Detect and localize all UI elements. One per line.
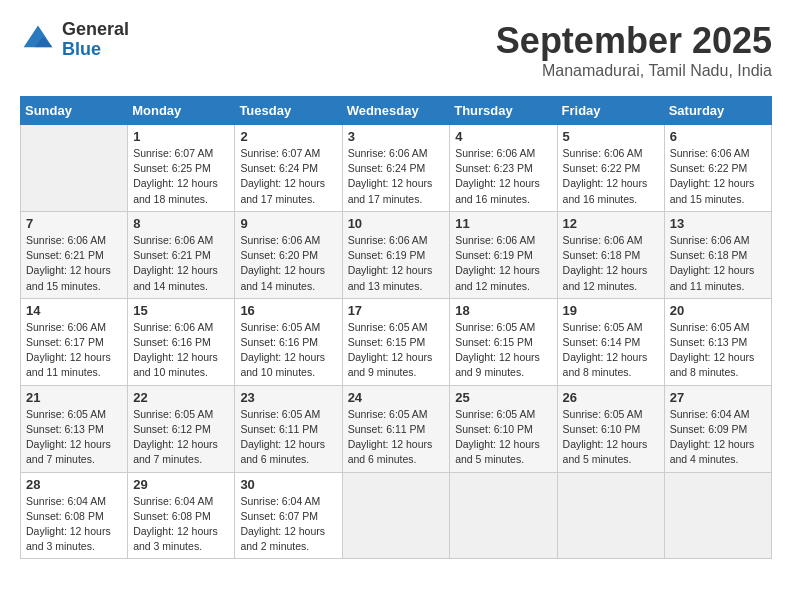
- day-info: Sunrise: 6:04 AM Sunset: 6:08 PM Dayligh…: [26, 494, 122, 555]
- day-number: 28: [26, 477, 122, 492]
- calendar-cell: 25Sunrise: 6:05 AM Sunset: 6:10 PM Dayli…: [450, 385, 557, 472]
- day-number: 27: [670, 390, 766, 405]
- day-number: 25: [455, 390, 551, 405]
- calendar-body: 1Sunrise: 6:07 AM Sunset: 6:25 PM Daylig…: [21, 125, 772, 559]
- day-number: 23: [240, 390, 336, 405]
- calendar-cell: 10Sunrise: 6:06 AM Sunset: 6:19 PM Dayli…: [342, 211, 450, 298]
- day-info: Sunrise: 6:06 AM Sunset: 6:21 PM Dayligh…: [133, 233, 229, 294]
- calendar-cell: 14Sunrise: 6:06 AM Sunset: 6:17 PM Dayli…: [21, 298, 128, 385]
- calendar-cell: 30Sunrise: 6:04 AM Sunset: 6:07 PM Dayli…: [235, 472, 342, 559]
- day-number: 4: [455, 129, 551, 144]
- week-row-5: 28Sunrise: 6:04 AM Sunset: 6:08 PM Dayli…: [21, 472, 772, 559]
- day-info: Sunrise: 6:07 AM Sunset: 6:25 PM Dayligh…: [133, 146, 229, 207]
- day-info: Sunrise: 6:05 AM Sunset: 6:11 PM Dayligh…: [348, 407, 445, 468]
- calendar-cell: 3Sunrise: 6:06 AM Sunset: 6:24 PM Daylig…: [342, 125, 450, 212]
- calendar-cell: [450, 472, 557, 559]
- calendar-cell: 27Sunrise: 6:04 AM Sunset: 6:09 PM Dayli…: [664, 385, 771, 472]
- day-header-monday: Monday: [128, 97, 235, 125]
- day-info: Sunrise: 6:06 AM Sunset: 6:17 PM Dayligh…: [26, 320, 122, 381]
- day-info: Sunrise: 6:05 AM Sunset: 6:15 PM Dayligh…: [455, 320, 551, 381]
- day-header-sunday: Sunday: [21, 97, 128, 125]
- calendar-cell: 15Sunrise: 6:06 AM Sunset: 6:16 PM Dayli…: [128, 298, 235, 385]
- day-number: 6: [670, 129, 766, 144]
- page-header: General Blue September 2025 Manamadurai,…: [20, 20, 772, 80]
- logo-general: General: [62, 20, 129, 40]
- calendar-cell: 13Sunrise: 6:06 AM Sunset: 6:18 PM Dayli…: [664, 211, 771, 298]
- calendar-cell: 2Sunrise: 6:07 AM Sunset: 6:24 PM Daylig…: [235, 125, 342, 212]
- day-number: 18: [455, 303, 551, 318]
- week-row-1: 1Sunrise: 6:07 AM Sunset: 6:25 PM Daylig…: [21, 125, 772, 212]
- day-info: Sunrise: 6:05 AM Sunset: 6:12 PM Dayligh…: [133, 407, 229, 468]
- day-number: 2: [240, 129, 336, 144]
- calendar-cell: 17Sunrise: 6:05 AM Sunset: 6:15 PM Dayli…: [342, 298, 450, 385]
- calendar-cell: 8Sunrise: 6:06 AM Sunset: 6:21 PM Daylig…: [128, 211, 235, 298]
- day-info: Sunrise: 6:06 AM Sunset: 6:19 PM Dayligh…: [348, 233, 445, 294]
- day-info: Sunrise: 6:05 AM Sunset: 6:14 PM Dayligh…: [563, 320, 659, 381]
- day-info: Sunrise: 6:06 AM Sunset: 6:18 PM Dayligh…: [563, 233, 659, 294]
- day-number: 17: [348, 303, 445, 318]
- day-number: 22: [133, 390, 229, 405]
- day-number: 11: [455, 216, 551, 231]
- day-number: 1: [133, 129, 229, 144]
- day-info: Sunrise: 6:06 AM Sunset: 6:23 PM Dayligh…: [455, 146, 551, 207]
- logo: General Blue: [20, 20, 129, 60]
- calendar-cell: [664, 472, 771, 559]
- calendar-cell: [557, 472, 664, 559]
- day-header-wednesday: Wednesday: [342, 97, 450, 125]
- day-info: Sunrise: 6:05 AM Sunset: 6:13 PM Dayligh…: [670, 320, 766, 381]
- calendar-cell: 4Sunrise: 6:06 AM Sunset: 6:23 PM Daylig…: [450, 125, 557, 212]
- calendar-cell: 11Sunrise: 6:06 AM Sunset: 6:19 PM Dayli…: [450, 211, 557, 298]
- calendar-cell: 16Sunrise: 6:05 AM Sunset: 6:16 PM Dayli…: [235, 298, 342, 385]
- day-number: 12: [563, 216, 659, 231]
- day-info: Sunrise: 6:06 AM Sunset: 6:20 PM Dayligh…: [240, 233, 336, 294]
- day-number: 20: [670, 303, 766, 318]
- calendar-cell: 12Sunrise: 6:06 AM Sunset: 6:18 PM Dayli…: [557, 211, 664, 298]
- calendar-cell: 7Sunrise: 6:06 AM Sunset: 6:21 PM Daylig…: [21, 211, 128, 298]
- day-info: Sunrise: 6:06 AM Sunset: 6:19 PM Dayligh…: [455, 233, 551, 294]
- day-number: 15: [133, 303, 229, 318]
- day-number: 8: [133, 216, 229, 231]
- calendar: SundayMondayTuesdayWednesdayThursdayFrid…: [20, 96, 772, 559]
- calendar-cell: [21, 125, 128, 212]
- day-header-friday: Friday: [557, 97, 664, 125]
- day-number: 3: [348, 129, 445, 144]
- day-header-saturday: Saturday: [664, 97, 771, 125]
- day-info: Sunrise: 6:06 AM Sunset: 6:22 PM Dayligh…: [563, 146, 659, 207]
- day-info: Sunrise: 6:05 AM Sunset: 6:10 PM Dayligh…: [455, 407, 551, 468]
- day-header-thursday: Thursday: [450, 97, 557, 125]
- day-header-tuesday: Tuesday: [235, 97, 342, 125]
- day-number: 13: [670, 216, 766, 231]
- logo-icon: [20, 22, 56, 58]
- day-info: Sunrise: 6:04 AM Sunset: 6:09 PM Dayligh…: [670, 407, 766, 468]
- day-info: Sunrise: 6:06 AM Sunset: 6:21 PM Dayligh…: [26, 233, 122, 294]
- calendar-cell: 22Sunrise: 6:05 AM Sunset: 6:12 PM Dayli…: [128, 385, 235, 472]
- calendar-cell: 19Sunrise: 6:05 AM Sunset: 6:14 PM Dayli…: [557, 298, 664, 385]
- day-info: Sunrise: 6:06 AM Sunset: 6:16 PM Dayligh…: [133, 320, 229, 381]
- location: Manamadurai, Tamil Nadu, India: [496, 62, 772, 80]
- month-title: September 2025: [496, 20, 772, 62]
- day-info: Sunrise: 6:06 AM Sunset: 6:22 PM Dayligh…: [670, 146, 766, 207]
- logo-text: General Blue: [62, 20, 129, 60]
- day-info: Sunrise: 6:05 AM Sunset: 6:13 PM Dayligh…: [26, 407, 122, 468]
- day-info: Sunrise: 6:04 AM Sunset: 6:08 PM Dayligh…: [133, 494, 229, 555]
- day-number: 29: [133, 477, 229, 492]
- title-block: September 2025 Manamadurai, Tamil Nadu, …: [496, 20, 772, 80]
- day-number: 14: [26, 303, 122, 318]
- day-number: 30: [240, 477, 336, 492]
- calendar-cell: 1Sunrise: 6:07 AM Sunset: 6:25 PM Daylig…: [128, 125, 235, 212]
- day-number: 5: [563, 129, 659, 144]
- day-number: 26: [563, 390, 659, 405]
- calendar-cell: 28Sunrise: 6:04 AM Sunset: 6:08 PM Dayli…: [21, 472, 128, 559]
- day-info: Sunrise: 6:06 AM Sunset: 6:18 PM Dayligh…: [670, 233, 766, 294]
- week-row-3: 14Sunrise: 6:06 AM Sunset: 6:17 PM Dayli…: [21, 298, 772, 385]
- day-number: 7: [26, 216, 122, 231]
- calendar-cell: 21Sunrise: 6:05 AM Sunset: 6:13 PM Dayli…: [21, 385, 128, 472]
- day-number: 10: [348, 216, 445, 231]
- day-info: Sunrise: 6:05 AM Sunset: 6:10 PM Dayligh…: [563, 407, 659, 468]
- day-number: 21: [26, 390, 122, 405]
- calendar-cell: 23Sunrise: 6:05 AM Sunset: 6:11 PM Dayli…: [235, 385, 342, 472]
- day-number: 9: [240, 216, 336, 231]
- week-row-4: 21Sunrise: 6:05 AM Sunset: 6:13 PM Dayli…: [21, 385, 772, 472]
- calendar-cell: 18Sunrise: 6:05 AM Sunset: 6:15 PM Dayli…: [450, 298, 557, 385]
- day-number: 24: [348, 390, 445, 405]
